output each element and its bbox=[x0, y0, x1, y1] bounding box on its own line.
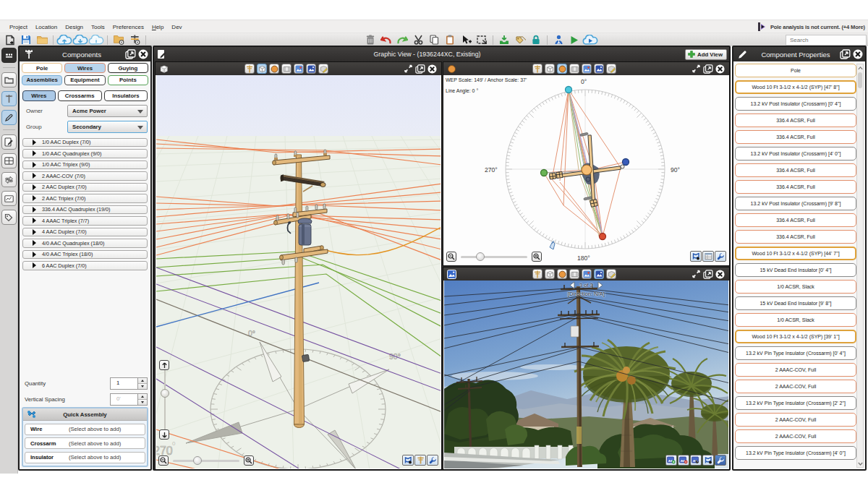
tab-assemblies[interactable]: Assemblies bbox=[22, 75, 62, 85]
dock-table-icon[interactable] bbox=[1, 153, 17, 168]
person-icon[interactable] bbox=[550, 34, 566, 46]
mode-elevation-icon[interactable] bbox=[281, 64, 292, 74]
zoom-slider[interactable] bbox=[173, 460, 239, 462]
wire-type-item[interactable]: 1/0 AAC Quadruplex (9/0) bbox=[22, 149, 148, 158]
dock-edit-page-icon[interactable] bbox=[1, 134, 17, 150]
mode-plan-icon[interactable] bbox=[557, 269, 567, 279]
mode-elevation-icon[interactable] bbox=[569, 269, 579, 279]
dock-keyboard-icon[interactable] bbox=[1, 48, 17, 63]
close-view-icon[interactable] bbox=[715, 64, 725, 74]
components-popout-icon[interactable] bbox=[125, 49, 136, 59]
map-flag-button[interactable] bbox=[402, 455, 414, 466]
tilt-down-button[interactable] bbox=[159, 429, 169, 440]
close-view-icon[interactable] bbox=[427, 64, 437, 74]
quick-assembly-row-insulator[interactable]: Insulator(Select above to add) bbox=[25, 452, 145, 463]
tab-points[interactable]: Points bbox=[108, 75, 148, 85]
wire-type-item[interactable]: 6 AAC Duplex (7/0) bbox=[22, 261, 148, 270]
quantity-down-icon[interactable] bbox=[138, 384, 147, 389]
mode-panorama-icon[interactable] bbox=[294, 64, 304, 74]
tilt-up-button[interactable] bbox=[159, 360, 169, 370]
save-icon[interactable] bbox=[18, 34, 34, 46]
select-rect-icon[interactable] bbox=[474, 34, 490, 46]
menu-design[interactable]: Design bbox=[61, 20, 88, 33]
property-item[interactable]: Pole bbox=[735, 64, 856, 77]
tags-icon[interactable] bbox=[512, 34, 528, 46]
expand-arrow-icon[interactable] bbox=[33, 184, 36, 190]
mode-panorama-icon[interactable] bbox=[582, 269, 592, 279]
dock-pencil-icon[interactable] bbox=[1, 110, 17, 125]
dock-tag-icon[interactable] bbox=[1, 210, 17, 225]
property-item[interactable]: 1/0 ACSR, Slack bbox=[735, 280, 856, 294]
property-item[interactable]: 336.4 ACSR, Full bbox=[735, 130, 856, 144]
wire-type-item[interactable]: 4 AAC Duplex (7/0) bbox=[22, 228, 148, 237]
cloud-download-icon[interactable] bbox=[72, 34, 88, 46]
wire-type-item[interactable]: 336.4 AAC Quadruplex (19/0) bbox=[22, 205, 148, 215]
expand-arrow-icon[interactable] bbox=[33, 207, 36, 213]
redo-icon[interactable] bbox=[394, 34, 410, 46]
wire-type-item[interactable]: 2 AAC Duplex (7/0) bbox=[22, 183, 148, 192]
property-item[interactable]: 13.2 kV Pin Type Insulator (Crossarm) [4… bbox=[735, 446, 856, 460]
cloud-run-icon[interactable] bbox=[582, 34, 598, 46]
wire-type-item[interactable]: 4 AAAC Triplex (7/7) bbox=[22, 216, 148, 226]
expand-arrow-icon[interactable] bbox=[33, 150, 36, 156]
property-item[interactable]: Wood 10 Ft 3-1/2 x 4-1/2 (SYP) [39' 1"] bbox=[735, 330, 856, 343]
properties-close-icon[interactable] bbox=[853, 49, 863, 59]
mode-cube-icon[interactable] bbox=[257, 64, 267, 74]
mode-sketch-icon[interactable] bbox=[606, 64, 616, 74]
paste-icon[interactable] bbox=[442, 34, 458, 46]
mode-plan-icon[interactable] bbox=[557, 64, 567, 74]
scroll-up-icon[interactable] bbox=[857, 64, 863, 72]
folder-icon[interactable] bbox=[34, 34, 50, 46]
copy-icon[interactable] bbox=[426, 34, 442, 46]
cut-icon[interactable] bbox=[410, 34, 426, 46]
popout-view-icon[interactable] bbox=[415, 64, 425, 74]
cloud-upload-icon[interactable] bbox=[56, 34, 72, 46]
property-item[interactable]: 2 AAAC-COV, Full bbox=[735, 363, 856, 377]
property-item[interactable]: 2 AAAC-COV, Full bbox=[735, 413, 856, 427]
property-item[interactable]: 13.2 kV Post Insulator (Crossarm) [9' 8"… bbox=[735, 197, 856, 210]
close-view-icon[interactable] bbox=[715, 270, 725, 279]
photo-wrench-button[interactable] bbox=[715, 455, 726, 466]
menu-project[interactable]: Project bbox=[0, 20, 31, 33]
topview-canvas[interactable]: 0° 90° 270° 180° WEP Scale: 149' / Ancho… bbox=[444, 75, 728, 265]
photo-edit-button[interactable] bbox=[690, 455, 702, 466]
vertical-spacing-stepper[interactable]: 0' bbox=[110, 393, 148, 406]
property-item[interactable]: 336.4 ACSR, Full bbox=[735, 213, 856, 227]
quantity-stepper[interactable]: 1 bbox=[110, 377, 148, 390]
property-item[interactable]: 2 AAAC-COV, Full bbox=[735, 429, 856, 443]
property-item[interactable]: 1/0 ACSR, Slack bbox=[735, 313, 856, 327]
properties-scrollbar[interactable] bbox=[856, 64, 864, 468]
tilt-slider[interactable] bbox=[159, 360, 170, 441]
dock-pole-icon[interactable] bbox=[1, 91, 17, 106]
property-item[interactable]: 15 kV Dead End Insulator [0' 4"] bbox=[735, 263, 856, 277]
properties-popout-icon[interactable] bbox=[840, 49, 851, 59]
mode-panorama-icon[interactable] bbox=[582, 64, 592, 74]
zoom-in-button[interactable] bbox=[532, 252, 542, 262]
wire-type-item[interactable]: 1/0 AAC Duplex (7/0) bbox=[22, 138, 148, 147]
property-item[interactable]: Wood 10 Ft 3-1/2 x 4-1/2 (SYP) [44' 7"] bbox=[735, 247, 856, 260]
pole-view-button[interactable] bbox=[414, 455, 426, 466]
import-icon[interactable] bbox=[496, 34, 512, 46]
tab-wires[interactable]: Wires bbox=[64, 63, 105, 73]
photo-flag-button[interactable] bbox=[702, 455, 714, 466]
quick-assembly-row-crossarm[interactable]: Crossarm(Select above to add) bbox=[25, 437, 145, 449]
expand-view-icon[interactable] bbox=[692, 64, 701, 73]
cloud-info-icon[interactable] bbox=[88, 34, 104, 46]
mode-sketch-icon[interactable] bbox=[606, 269, 616, 279]
prev-photo-icon[interactable] bbox=[569, 281, 576, 289]
wire-type-item[interactable]: 1/0 AAC Triplex (9/0) bbox=[22, 160, 148, 170]
quick-assembly-row-wire[interactable]: Wire(Select above to add) bbox=[25, 424, 145, 435]
expand-arrow-icon[interactable] bbox=[33, 229, 36, 235]
mode-pole-icon[interactable] bbox=[532, 269, 542, 279]
zoom-slider[interactable] bbox=[461, 256, 527, 258]
analysis-status[interactable]: Pole analysis is not current. (+4 More) bbox=[758, 22, 868, 31]
expand-view-icon[interactable] bbox=[404, 64, 413, 73]
expand-arrow-icon[interactable] bbox=[33, 162, 36, 168]
property-item[interactable]: 336.4 ACSR, Full bbox=[735, 180, 856, 194]
popout-view-icon[interactable] bbox=[703, 64, 713, 74]
property-item[interactable]: 13.2 kV Pin Type Insulator (Crossarm) [2… bbox=[735, 396, 856, 410]
mode-plan-icon[interactable] bbox=[269, 64, 279, 74]
property-item[interactable]: 13.2 kV Post Insulator (Crossarm) [0' 4"… bbox=[735, 97, 856, 111]
menu-location[interactable]: Location bbox=[31, 20, 61, 33]
zoom-out-button[interactable] bbox=[158, 455, 169, 466]
